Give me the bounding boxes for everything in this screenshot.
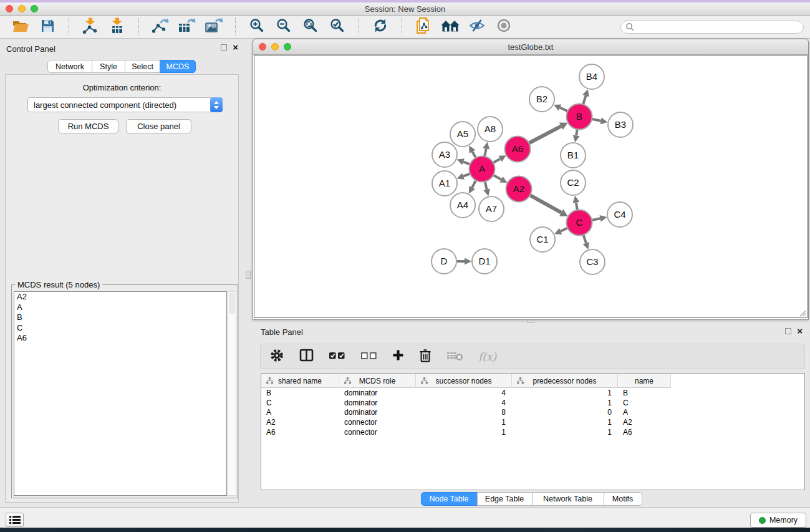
table-cell[interactable]: dominator bbox=[339, 399, 416, 409]
tab-network-table[interactable]: Network Table bbox=[532, 492, 604, 506]
export-network-button[interactable] bbox=[150, 17, 171, 36]
result-list-scrollbar[interactable] bbox=[228, 291, 236, 496]
edge-A-A7[interactable] bbox=[485, 181, 487, 189]
deselect-all-checkboxes-button[interactable] bbox=[360, 351, 377, 362]
column-header-shared-name[interactable]: shared name bbox=[261, 374, 339, 388]
edge-A2-C[interactable] bbox=[530, 195, 561, 213]
edge-B-B4[interactable] bbox=[583, 96, 586, 104]
table-cell[interactable]: 1 bbox=[512, 428, 618, 438]
table-cell[interactable]: A bbox=[618, 408, 671, 418]
delete-columns-button[interactable] bbox=[419, 349, 432, 365]
optimization-criterion-dropdown[interactable]: largest connected component (directed) bbox=[27, 97, 223, 112]
import-table-button[interactable] bbox=[107, 17, 128, 36]
column-header-MCDS-role[interactable]: MCDS role bbox=[339, 374, 416, 388]
edge-C-C2[interactable] bbox=[576, 203, 577, 210]
table-cell[interactable]: C bbox=[618, 399, 671, 409]
mcds-result-item[interactable]: C bbox=[14, 323, 226, 334]
table-cell[interactable]: dominator bbox=[339, 389, 416, 399]
table-cell[interactable]: 1 bbox=[416, 428, 512, 438]
edge-A-A3[interactable] bbox=[463, 162, 470, 164]
mcds-result-list[interactable]: A2ABCA6 bbox=[14, 291, 227, 496]
table-settings-button[interactable] bbox=[269, 348, 284, 365]
refresh-button[interactable] bbox=[370, 17, 391, 36]
tab-select[interactable]: Select bbox=[125, 60, 160, 73]
table-cell[interactable]: A6 bbox=[618, 428, 671, 438]
network-from-file-button[interactable] bbox=[413, 17, 434, 36]
export-table-button[interactable] bbox=[176, 17, 198, 36]
zoom-selected-button[interactable] bbox=[327, 17, 348, 36]
zoom-fit-button[interactable] bbox=[300, 17, 321, 36]
table-cell[interactable]: C bbox=[261, 399, 339, 409]
search-box[interactable] bbox=[620, 21, 804, 34]
tab-network[interactable]: Network bbox=[47, 60, 92, 73]
import-network-button[interactable] bbox=[80, 17, 101, 36]
column-header-successor-nodes[interactable]: successor nodes bbox=[416, 374, 512, 388]
tab-edge-table[interactable]: Edge Table bbox=[477, 492, 533, 506]
edge-C-C3[interactable] bbox=[584, 235, 586, 243]
network-window-titlebar[interactable]: testGlobe.txt bbox=[253, 39, 808, 55]
mcds-result-item[interactable]: A6 bbox=[14, 333, 226, 344]
table-cell[interactable]: B bbox=[261, 389, 339, 399]
table-cell[interactable]: A2 bbox=[261, 418, 339, 428]
export-image-button[interactable] bbox=[203, 17, 224, 36]
table-cell[interactable]: 4 bbox=[416, 399, 512, 409]
close-panel-icon[interactable]: × bbox=[233, 44, 238, 51]
edge-A-A1[interactable] bbox=[463, 174, 470, 177]
table-cell[interactable]: connector bbox=[339, 428, 416, 438]
scrollbar-thumb[interactable] bbox=[229, 293, 235, 314]
table-cell[interactable]: 0 bbox=[512, 408, 618, 418]
vertical-splitter-grip[interactable] bbox=[246, 271, 251, 279]
tab-motifs[interactable]: Motifs bbox=[604, 492, 642, 506]
close-panel-button[interactable]: Close panel bbox=[126, 119, 191, 133]
mcds-result-item[interactable]: A2 bbox=[14, 292, 226, 302]
task-history-button[interactable] bbox=[6, 513, 24, 527]
window-resize-grip[interactable] bbox=[798, 309, 806, 317]
search-input[interactable] bbox=[634, 22, 803, 31]
select-all-checkboxes-button[interactable] bbox=[329, 351, 345, 362]
table-cell[interactable]: A6 bbox=[261, 428, 339, 438]
float-table-panel-icon[interactable] bbox=[785, 328, 791, 334]
edge-C-C4[interactable] bbox=[592, 218, 600, 220]
table-cell[interactable]: dominator bbox=[339, 408, 416, 418]
tab-style[interactable]: Style bbox=[92, 60, 125, 73]
show-all-button[interactable] bbox=[493, 17, 514, 36]
table-cell[interactable]: 4 bbox=[416, 389, 512, 399]
zoom-out-button[interactable] bbox=[273, 17, 294, 36]
float-panel-icon[interactable] bbox=[221, 44, 227, 51]
close-table-panel-icon[interactable]: × bbox=[797, 328, 803, 334]
show-columns-button[interactable] bbox=[299, 349, 314, 364]
create-column-button[interactable] bbox=[392, 349, 404, 364]
column-header-name[interactable]: name bbox=[618, 374, 671, 388]
hide-selected-button[interactable] bbox=[466, 17, 488, 36]
edge-B-B2[interactable] bbox=[560, 108, 567, 112]
edge-C-C1[interactable] bbox=[561, 228, 567, 231]
table-cell[interactable]: 8 bbox=[416, 408, 512, 418]
home-button[interactable] bbox=[440, 17, 461, 36]
table-cell[interactable]: A2 bbox=[618, 418, 671, 428]
edge-B-B3[interactable] bbox=[592, 119, 601, 121]
edge-A-A2[interactable] bbox=[493, 175, 501, 180]
edge-A-A5[interactable] bbox=[472, 152, 475, 158]
tab-mcds[interactable]: MCDS bbox=[160, 60, 196, 73]
run-mcds-button[interactable]: Run MCDS bbox=[58, 119, 118, 133]
open-session-button[interactable] bbox=[10, 17, 31, 36]
edge-A-A6[interactable] bbox=[493, 159, 500, 163]
edge-B-B1[interactable] bbox=[576, 130, 577, 136]
network-canvas[interactable]: AA1A3A5A8A4A7A6A2BB1B2B3B4CC1C2C3C4DD1 bbox=[254, 55, 808, 318]
zoom-in-button[interactable] bbox=[246, 17, 268, 36]
table-cell[interactable]: 1 bbox=[512, 389, 618, 399]
save-session-button[interactable] bbox=[37, 17, 58, 36]
mcds-result-item[interactable]: A bbox=[14, 302, 226, 313]
table-cell[interactable]: connector bbox=[339, 418, 416, 428]
tab-node-table[interactable]: Node Table bbox=[421, 492, 478, 506]
edge-A-A8[interactable] bbox=[485, 148, 486, 156]
mcds-result-item[interactable]: B bbox=[14, 312, 226, 323]
table-cell[interactable]: 1 bbox=[512, 399, 618, 409]
column-header-predecessor-nodes[interactable]: predecessor nodes bbox=[512, 374, 618, 388]
table-cell[interactable]: A bbox=[261, 408, 339, 418]
memory-button[interactable]: Memory bbox=[750, 513, 806, 528]
edge-A6-B[interactable] bbox=[529, 126, 561, 143]
table-cell[interactable]: B bbox=[618, 389, 671, 399]
edge-A-A4[interactable] bbox=[472, 181, 476, 188]
table-cell[interactable]: 1 bbox=[416, 418, 512, 428]
